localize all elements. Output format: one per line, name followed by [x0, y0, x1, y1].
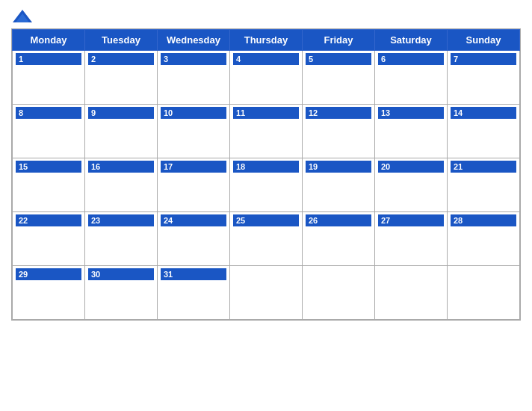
calendar-cell: 30 — [85, 266, 158, 320]
calendar-cell: 29 — [13, 266, 85, 320]
calendar-cell: 18 — [230, 158, 303, 212]
calendar-cell: 15 — [13, 158, 85, 212]
calendar-cell: 10 — [158, 105, 230, 158]
calendar-header — [11, 7, 521, 25]
col-wednesday: Wednesday — [158, 30, 230, 51]
calendar-cell: 28 — [448, 212, 520, 266]
day-number: 14 — [451, 107, 516, 119]
day-number: 28 — [451, 214, 516, 226]
day-number: 7 — [451, 53, 516, 65]
day-number: 4 — [233, 53, 299, 65]
day-number: 27 — [378, 214, 444, 226]
calendar-cell: 3 — [158, 51, 230, 105]
calendar-cell: 31 — [158, 266, 230, 320]
day-number: 16 — [88, 161, 154, 173]
day-number: 31 — [161, 268, 226, 280]
day-number: 8 — [16, 107, 81, 119]
day-number: 29 — [16, 268, 81, 280]
logo-area — [11, 7, 37, 25]
calendar-cell — [230, 266, 303, 320]
calendar-cell: 6 — [375, 51, 448, 105]
calendar-cell: 9 — [85, 105, 158, 158]
day-number: 21 — [451, 161, 516, 173]
calendar-cell: 16 — [85, 158, 158, 212]
day-number: 19 — [306, 161, 371, 173]
calendar-cell — [303, 266, 375, 320]
calendar-cell: 20 — [375, 158, 448, 212]
calendar-cell: 11 — [230, 105, 303, 158]
day-number: 18 — [233, 161, 299, 173]
calendar-cell: 27 — [375, 212, 448, 266]
calendar-cell: 13 — [375, 105, 448, 158]
day-number: 9 — [88, 107, 154, 119]
col-thursday: Thursday — [230, 30, 303, 51]
day-number: 2 — [88, 53, 154, 65]
calendar-cell: 19 — [303, 158, 375, 212]
day-number: 13 — [378, 107, 444, 119]
calendar-cell: 23 — [85, 212, 158, 266]
col-monday: Monday — [13, 30, 85, 51]
day-number: 11 — [233, 107, 299, 119]
col-friday: Friday — [303, 30, 375, 51]
day-number: 5 — [306, 53, 371, 65]
day-number: 24 — [161, 214, 226, 226]
calendar-grid: Monday Tuesday Wednesday Thursday Friday… — [11, 28, 521, 321]
calendar-cell: 5 — [303, 51, 375, 105]
calendar-cell: 25 — [230, 212, 303, 266]
calendar-cell: 17 — [158, 158, 230, 212]
day-number: 17 — [161, 161, 226, 173]
calendar-cell: 26 — [303, 212, 375, 266]
day-number: 25 — [233, 214, 299, 226]
day-number: 23 — [88, 214, 154, 226]
calendar-cell: 2 — [85, 51, 158, 105]
day-number: 15 — [16, 161, 81, 173]
day-number: 26 — [306, 214, 371, 226]
calendar-cell: 4 — [230, 51, 303, 105]
day-number: 10 — [161, 107, 226, 119]
day-number: 3 — [161, 53, 226, 65]
col-sunday: Sunday — [448, 30, 520, 51]
day-number: 22 — [16, 214, 81, 226]
calendar-cell: 8 — [13, 105, 85, 158]
day-number: 6 — [378, 53, 444, 65]
calendar-cell — [448, 266, 520, 320]
day-number: 30 — [88, 268, 154, 280]
day-number: 1 — [16, 53, 81, 65]
calendar-cell: 1 — [13, 51, 85, 105]
calendar-cell: 14 — [448, 105, 520, 158]
calendar-cell: 24 — [158, 212, 230, 266]
col-tuesday: Tuesday — [85, 30, 158, 51]
generalblue-logo-icon — [11, 7, 34, 25]
calendar-body: 1234567891011121314151617181920212223242… — [13, 51, 520, 320]
calendar-cell: 7 — [448, 51, 520, 105]
day-number: 20 — [378, 161, 444, 173]
day-number: 12 — [306, 107, 371, 119]
calendar-cell — [375, 266, 448, 320]
calendar-cell: 12 — [303, 105, 375, 158]
calendar-cell: 22 — [13, 212, 85, 266]
col-saturday: Saturday — [375, 30, 448, 51]
calendar-weekday-header: Monday Tuesday Wednesday Thursday Friday… — [13, 30, 520, 51]
calendar-cell: 21 — [448, 158, 520, 212]
